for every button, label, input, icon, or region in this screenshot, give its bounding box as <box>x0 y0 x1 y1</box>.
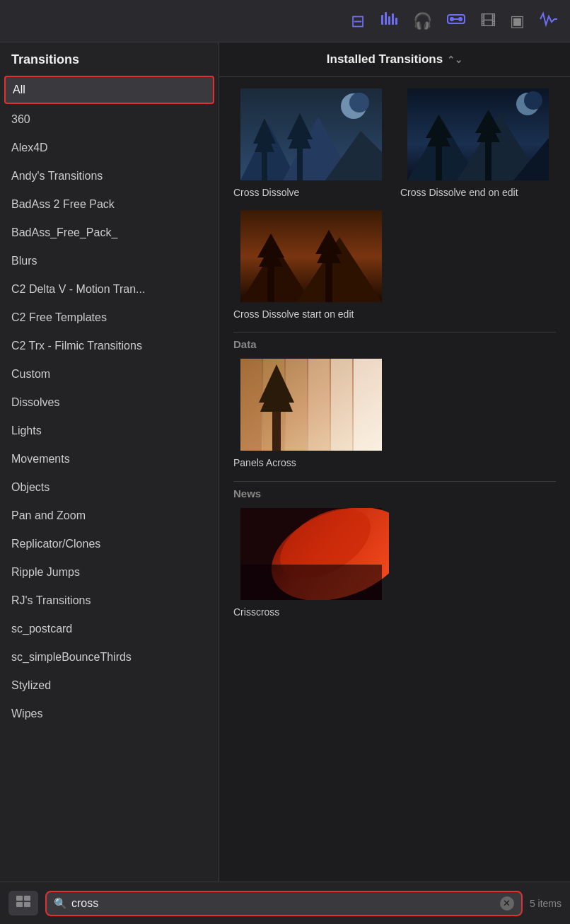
sidebar-item-stylized[interactable]: Stylized <box>0 671 219 700</box>
sidebar-item-bounce[interactable]: sc_simpleBounceThirds <box>0 643 219 671</box>
sidebar-title: Transitions <box>0 42 219 74</box>
transition-cross-dissolve[interactable]: Cross Dissolve <box>233 88 389 199</box>
crisscross-label: Crisscross <box>233 606 279 618</box>
cross-dissolve-start-thumb <box>233 210 389 302</box>
cross-dissolve-start-label: Cross Dissolve start on edit <box>233 308 354 320</box>
film-icon[interactable]: 🎞 <box>480 12 496 30</box>
sidebar-list: All 360 Alex4D Andy's Transitions BadAss… <box>0 74 219 882</box>
cross-dissolve-end-thumb <box>400 88 556 180</box>
screen-icon[interactable]: ▣ <box>510 12 525 30</box>
svg-point-32 <box>524 91 542 110</box>
panels-across-thumb <box>233 359 389 451</box>
svg-point-6 <box>450 17 454 21</box>
section-news-header: News <box>233 481 556 499</box>
cross-dissolve-end-label: Cross Dissolve end on edit <box>400 186 518 199</box>
svg-rect-28 <box>485 139 492 180</box>
svg-rect-49 <box>272 408 281 451</box>
clear-search-button[interactable]: ✕ <box>500 896 514 911</box>
headphones-icon[interactable]: 🎧 <box>413 12 432 30</box>
empty-cell-2 <box>400 359 556 469</box>
content-scroll: Cross Dissolve <box>219 77 570 882</box>
svg-rect-48 <box>354 359 382 451</box>
sidebar-item-movements[interactable]: Movements <box>0 445 219 473</box>
bottom-bar: 🔍 ✕ 5 items <box>0 882 570 924</box>
svg-rect-4 <box>395 18 397 25</box>
svg-rect-2 <box>388 16 390 25</box>
sidebar-item-postcard[interactable]: sc_postcard <box>0 615 219 643</box>
sidebar-item-pan-zoom[interactable]: Pan and Zoom <box>0 502 219 530</box>
svg-rect-1 <box>385 12 387 25</box>
section-data-header: Data <box>233 332 556 350</box>
sidebar-item-alex4d[interactable]: Alex4D <box>0 134 219 162</box>
sidebar-item-c2trx[interactable]: C2 Trx - Filmic Transitions <box>0 332 219 360</box>
svg-rect-36 <box>267 263 274 302</box>
svg-point-20 <box>349 93 369 112</box>
transition-grid-top: Cross Dissolve <box>233 88 556 199</box>
transition-cross-dissolve-start[interactable]: Cross Dissolve start on edit <box>233 210 389 320</box>
svg-rect-46 <box>308 359 330 451</box>
sidebar-item-lights[interactable]: Lights <box>0 417 219 445</box>
sidebar-item-custom[interactable]: Custom <box>0 360 219 388</box>
toolbar: ⊟ 🎧 🎞 ▣ <box>0 0 570 42</box>
transition-crisscross[interactable]: Crisscross <box>233 508 389 618</box>
svg-rect-43 <box>240 359 262 451</box>
empty-cell <box>400 210 556 320</box>
sidebar-item-blurs[interactable]: Blurs <box>0 247 219 275</box>
equalizer-icon[interactable] <box>379 9 399 33</box>
svg-rect-39 <box>325 260 332 302</box>
sidebar-item-dissolves[interactable]: Dissolves <box>0 388 219 417</box>
cross-dissolve-thumb <box>233 88 389 180</box>
svg-rect-56 <box>16 896 23 901</box>
content-area: Installed Transitions ⌃⌄ <box>219 42 570 882</box>
svg-rect-3 <box>392 13 394 25</box>
sidebar-item-c2delta[interactable]: C2 Delta V - Motion Tran... <box>0 275 219 304</box>
sidebar-item-wipes[interactable]: Wipes <box>0 700 219 728</box>
sidebar-item-andys-transitions[interactable]: Andy's Transitions <box>0 162 219 190</box>
view-toggle-button[interactable] <box>8 891 38 916</box>
empty-cell-3 <box>400 508 556 618</box>
svg-rect-57 <box>24 896 30 901</box>
sidebar-item-360[interactable]: 360 <box>0 105 219 134</box>
item-count: 5 items <box>530 898 562 909</box>
panels-across-label: Panels Across <box>233 456 296 469</box>
svg-rect-0 <box>381 15 383 25</box>
svg-rect-47 <box>331 359 352 451</box>
sidebar-item-ripple[interactable]: Ripple Jumps <box>0 558 219 587</box>
svg-rect-58 <box>16 902 23 907</box>
split-icon[interactable]: ⊟ <box>351 11 365 31</box>
waveform-icon[interactable] <box>539 9 559 33</box>
search-icon: 🔍 <box>54 897 67 910</box>
svg-rect-55 <box>240 565 382 600</box>
content-header: Installed Transitions ⌃⌄ <box>219 42 570 77</box>
sidebar: Transitions All 360 Alex4D Andy's Transi… <box>0 42 219 882</box>
transition-panels-across[interactable]: Panels Across <box>233 359 389 469</box>
crisscross-thumb <box>233 508 389 600</box>
sidebar-item-all[interactable]: All <box>4 76 214 104</box>
svg-rect-59 <box>24 902 30 907</box>
sidebar-item-c2free[interactable]: C2 Free Templates <box>0 304 219 332</box>
transition-cross-dissolve-end[interactable]: Cross Dissolve end on edit <box>400 88 556 199</box>
search-input[interactable] <box>71 897 496 910</box>
svg-rect-25 <box>436 144 442 180</box>
content-header-title: Installed Transitions <box>327 52 443 67</box>
main-layout: Transitions All 360 Alex4D Andy's Transi… <box>0 42 570 882</box>
sort-chevron-icon[interactable]: ⌃⌄ <box>447 54 463 65</box>
cross-dissolve-label: Cross Dissolve <box>233 186 299 199</box>
sidebar-item-rjs[interactable]: RJ's Transitions <box>0 587 219 615</box>
fx-icon[interactable] <box>446 9 466 33</box>
sidebar-item-replicator[interactable]: Replicator/Clones <box>0 530 219 558</box>
sidebar-item-badass-free[interactable]: BadAss_Free_Pack_ <box>0 219 219 247</box>
sidebar-item-badass2[interactable]: BadAss 2 Free Pack <box>0 190 219 219</box>
search-box: 🔍 ✕ <box>45 891 523 916</box>
svg-point-7 <box>458 17 463 21</box>
sidebar-item-objects[interactable]: Objects <box>0 473 219 502</box>
